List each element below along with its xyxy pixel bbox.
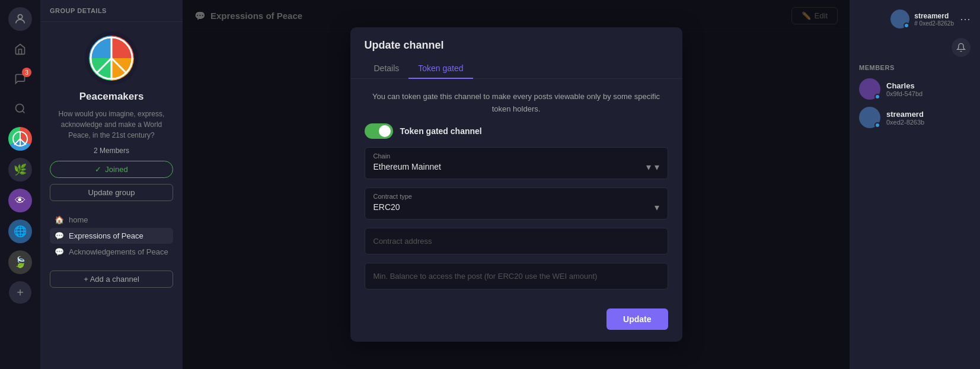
group-name: Peacemakers bbox=[79, 91, 144, 103]
member-name-charles: Charles bbox=[886, 81, 922, 90]
current-user-name: streamerd bbox=[914, 12, 954, 20]
members-title: MEMBERS bbox=[859, 64, 971, 71]
channel-nav-home[interactable]: 🏠 home bbox=[50, 212, 173, 228]
notification-bell-icon[interactable] bbox=[952, 38, 971, 57]
svg-line-2 bbox=[23, 111, 25, 113]
contract-type-select[interactable]: ERC20 ERC721 ERC1155 bbox=[374, 201, 659, 213]
member-addr-charles: 0x9fd-547bd bbox=[886, 90, 922, 97]
members-count: 2 Members bbox=[94, 147, 129, 155]
joined-button[interactable]: ✓ Joined bbox=[50, 161, 173, 178]
contract-type-select-container: Contract type ERC20 ERC721 ERC1155 ▾ bbox=[365, 187, 668, 220]
peace-sign-icon bbox=[88, 34, 135, 82]
update-group-button[interactable]: Update group bbox=[50, 184, 173, 201]
group-description: How would you imagine, express, acknowle… bbox=[50, 109, 173, 141]
home-nav-icon[interactable] bbox=[9, 38, 31, 61]
group-panel: Group Details bbox=[40, 0, 183, 369]
svg-line-6 bbox=[20, 139, 26, 145]
group-panel-body: Peacemakers How would you imagine, expre… bbox=[40, 22, 183, 297]
search-nav-icon[interactable] bbox=[9, 97, 31, 120]
member-item-streamerd: streamerd 0xed2-8263b bbox=[859, 107, 971, 128]
chain-select-container: Chain Ethereum Mainnet Polygon BSC ▾ bbox=[365, 147, 668, 179]
modal-body: You can token gate this channel to make … bbox=[350, 79, 682, 302]
chain-label: Chain bbox=[374, 152, 391, 160]
member-name-streamerd: streamerd bbox=[886, 110, 924, 119]
notification-bell-row bbox=[859, 38, 971, 57]
current-user-avatar bbox=[890, 9, 909, 28]
toggle-knob bbox=[379, 125, 391, 137]
modal-overlay: Update channel Details Token gated You c… bbox=[183, 0, 850, 369]
messages-nav-icon[interactable] bbox=[9, 68, 31, 90]
contract-type-select-wrapper: ERC20 ERC721 ERC1155 ▾ bbox=[374, 201, 659, 213]
more-options-icon[interactable]: ⋯ bbox=[960, 12, 971, 26]
group-icon-dark[interactable]: 🌿 bbox=[8, 158, 32, 182]
group-icon-peace[interactable] bbox=[8, 127, 32, 151]
channel-nav-acknowledgements[interactable]: 💬 Acknowledgements of Peace bbox=[50, 244, 173, 260]
members-panel: streamerd # 0xed2-8262b ⋯ MEMBERS Charle… bbox=[850, 0, 980, 369]
group-panel-header: Group Details bbox=[40, 0, 183, 22]
current-user-online-dot bbox=[904, 23, 909, 28]
member-online-dot-streamerd bbox=[874, 122, 880, 128]
member-avatar-streamerd bbox=[859, 107, 880, 128]
current-user-info: streamerd # 0xed2-8262b bbox=[890, 9, 954, 28]
expressions-channel-icon: 💬 bbox=[55, 231, 64, 240]
token-gate-toggle[interactable] bbox=[365, 123, 393, 139]
group-icon-leaf[interactable]: 🍃 bbox=[8, 250, 32, 274]
update-channel-modal: Update channel Details Token gated You c… bbox=[350, 27, 682, 342]
member-addr-streamerd: 0xed2-8263b bbox=[886, 119, 924, 126]
member-avatar-charles bbox=[859, 78, 880, 100]
modal-tabs: Details Token gated bbox=[350, 52, 682, 79]
toggle-label: Token gated channel bbox=[400, 126, 482, 136]
member-online-dot-charles bbox=[874, 94, 880, 100]
acknowledgements-channel-icon: 💬 bbox=[55, 247, 64, 256]
member-info-streamerd: streamerd 0xed2-8263b bbox=[886, 110, 924, 126]
group-icon-world[interactable]: 🌐 bbox=[8, 220, 32, 243]
toggle-row: Token gated channel bbox=[365, 123, 668, 139]
tab-token-gated[interactable]: Token gated bbox=[408, 59, 473, 79]
modal-footer: Update bbox=[350, 301, 682, 342]
members-top-bar: streamerd # 0xed2-8262b ⋯ bbox=[859, 9, 971, 28]
contract-type-label: Contract type bbox=[374, 193, 412, 200]
svg-point-1 bbox=[16, 104, 24, 112]
icon-sidebar: 🌿 👁 🌐 🍃 + bbox=[0, 0, 40, 369]
channel-nav: 🏠 home 💬 Expressions of Peace 💬 Acknowle… bbox=[50, 212, 173, 260]
check-icon: ✓ bbox=[95, 165, 101, 174]
contract-address-input[interactable] bbox=[365, 228, 668, 255]
add-group-button[interactable]: + bbox=[9, 281, 31, 304]
group-logo bbox=[85, 31, 138, 85]
main-area: 💬 Expressions of Peace ✏️ Edit Update ch… bbox=[183, 0, 850, 369]
svg-point-0 bbox=[18, 15, 22, 19]
update-button[interactable]: Update bbox=[606, 308, 668, 330]
modal-description: You can token gate this channel to make … bbox=[365, 91, 668, 116]
add-channel-button[interactable]: + Add a channel bbox=[50, 271, 173, 288]
current-user-details: streamerd # 0xed2-8262b bbox=[914, 12, 954, 27]
group-icon-purple[interactable]: 👁 bbox=[8, 189, 32, 212]
user-avatar[interactable] bbox=[8, 7, 32, 31]
current-user-address: # 0xed2-8262b bbox=[914, 20, 954, 27]
min-balance-input[interactable] bbox=[365, 263, 668, 290]
member-item-charles: Charles 0x9fd-547bd bbox=[859, 78, 971, 100]
svg-line-5 bbox=[14, 139, 20, 145]
chain-select[interactable]: Ethereum Mainnet Polygon BSC bbox=[374, 161, 659, 173]
modal-title: Update channel bbox=[350, 27, 682, 52]
member-info-charles: Charles 0x9fd-547bd bbox=[886, 81, 922, 97]
channel-nav-expressions[interactable]: 💬 Expressions of Peace bbox=[50, 228, 173, 244]
tab-details[interactable]: Details bbox=[365, 59, 409, 79]
chain-select-wrapper: Ethereum Mainnet Polygon BSC ▾ bbox=[374, 161, 659, 173]
home-channel-icon: 🏠 bbox=[55, 215, 64, 224]
